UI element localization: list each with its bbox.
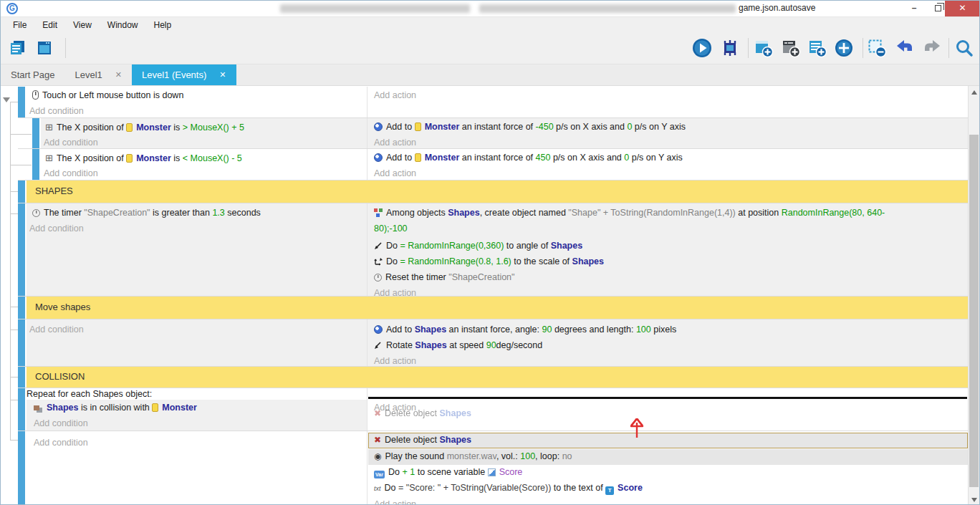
debug-icon[interactable] — [719, 37, 741, 59]
add-action-link[interactable]: Add action — [374, 355, 416, 367]
action-play-sound[interactable]: ◉Play the sound monster.wav, vol.: 100, … — [374, 451, 572, 463]
project-manager-icon[interactable] — [6, 37, 28, 59]
timer-icon — [374, 274, 382, 282]
monster-object-icon — [152, 403, 158, 412]
add-condition-link[interactable]: Add condition — [44, 168, 98, 180]
toolbar-separator — [863, 38, 863, 58]
comment-shapes[interactable]: SHAPES — [18, 181, 969, 203]
repeat-header[interactable]: Repeat for each Shapes object: — [27, 388, 152, 400]
drop-indicator-line — [368, 397, 967, 399]
tree-line — [10, 102, 11, 441]
tree-tick — [10, 213, 18, 214]
action-create-object[interactable]: Among objects Shapes, create object name… — [374, 207, 885, 219]
tab-label: Level1 — [75, 69, 102, 80]
action-force-left[interactable]: Add to Monster an instant force of -450 … — [374, 121, 686, 133]
close-tab-icon[interactable]: ✕ — [115, 70, 122, 80]
menu-view[interactable]: View — [65, 17, 100, 33]
variable-icon: Var — [374, 471, 385, 478]
add-comment-icon[interactable] — [807, 37, 828, 59]
event-move-shapes[interactable]: Add condition Add to Shapes an instant f… — [18, 319, 969, 367]
event-touch[interactable]: Touch or Left mouse button is down Add c… — [18, 87, 969, 118]
subevent-move-right[interactable]: ⊞The X position of Monster is < MouseX()… — [18, 149, 969, 181]
redacted-title-segment — [479, 4, 736, 13]
vertical-scrollbar[interactable] — [968, 86, 979, 505]
add-event-icon[interactable] — [753, 37, 774, 59]
event-bar — [18, 367, 25, 388]
comment-collision[interactable]: COLLISION — [18, 367, 969, 388]
close-button[interactable]: ✕ — [945, 1, 980, 16]
menu-edit[interactable]: Edit — [34, 17, 65, 33]
delete-icon: ✖ — [374, 434, 381, 446]
action-set-scale[interactable]: Do = RandomInRange(0.8, 1.6) to the scal… — [374, 256, 604, 268]
subevent-move-left[interactable]: ⊞The X position of Monster is > MouseX()… — [18, 118, 969, 149]
condition-timer[interactable]: The timer "ShapeCreation" is greater tha… — [32, 207, 261, 219]
add-subevent-icon[interactable] — [780, 37, 802, 59]
scroll-down-icon[interactable] — [971, 498, 977, 502]
text-action-icon: txt — [374, 483, 381, 495]
add-condition-link[interactable]: Add condition — [34, 418, 88, 430]
action-increment-variable[interactable]: VarDo + 1 to scene variable Score — [374, 466, 522, 478]
comment-bg — [27, 367, 969, 388]
tree-tick — [10, 400, 18, 400]
condition-xposition[interactable]: ⊞The X position of Monster is < MouseX()… — [45, 152, 242, 165]
toolbar-separator — [948, 38, 949, 58]
toolbar-separator — [748, 38, 749, 58]
condition-touch[interactable]: Touch or Left mouse button is down — [32, 90, 183, 102]
tab-level1-events[interactable]: Level1 (Events) ✕ — [132, 64, 236, 85]
action-force-right[interactable]: Add to Monster an instant force of 450 p… — [374, 152, 683, 164]
tree-tick — [10, 191, 18, 192]
add-action-link[interactable]: Add action — [374, 90, 416, 102]
scroll-up-icon[interactable] — [971, 90, 977, 95]
add-condition-link[interactable]: Add condition — [29, 105, 84, 117]
add-condition-link[interactable]: Add condition — [29, 223, 84, 235]
event-collision-actions[interactable]: Add condition ✖Delete object Shapes ◉Pla… — [18, 431, 969, 505]
redo-icon[interactable] — [921, 37, 943, 59]
close-tab-icon[interactable]: ✕ — [219, 70, 226, 80]
menubar: File Edit View Window Help — [1, 16, 979, 32]
search-icon[interactable] — [953, 37, 975, 59]
menu-file[interactable]: File — [5, 17, 34, 33]
red-up-arrow-annotation — [628, 418, 645, 438]
app-logo-icon: G — [6, 3, 18, 14]
column-divider — [367, 388, 368, 431]
collapse-arrow-icon[interactable] — [3, 97, 10, 102]
condition-xposition[interactable]: ⊞The X position of Monster is > MouseX()… — [45, 121, 244, 134]
scene-editor-icon[interactable] — [34, 37, 55, 59]
add-action-link[interactable]: Add action — [374, 137, 416, 149]
monster-object-icon — [415, 122, 421, 131]
action-reset-timer[interactable]: Reset the timer "ShapeCreation" — [374, 271, 515, 284]
action-rotate-shapes[interactable]: Rotate Shapes at speed 90deg/second — [374, 340, 542, 352]
scrollbar-thumb[interactable] — [969, 135, 979, 487]
event-repeat-foreach[interactable]: Repeat for each Shapes object: Shapes is… — [18, 388, 969, 431]
add-condition-link[interactable]: Add condition — [44, 137, 98, 149]
condition-collision[interactable]: Shapes is in collision with Monster — [34, 402, 197, 414]
comment-text: Move shapes — [35, 302, 90, 312]
event-bar — [32, 118, 39, 148]
action-delete-shapes[interactable]: ✖Delete object Shapes — [374, 434, 471, 446]
comment-move-shapes[interactable]: Move shapes — [18, 297, 969, 319]
undo-icon[interactable] — [894, 37, 916, 59]
add-condition-link[interactable]: Add condition — [29, 324, 84, 336]
minimize-button[interactable]: – — [902, 1, 926, 16]
tab-start-page[interactable]: Start Page — [1, 64, 64, 85]
menu-window[interactable]: Window — [100, 17, 146, 33]
action-set-angle[interactable]: Do = RandomInRange(0,360) to angle of Sh… — [374, 240, 582, 252]
add-other-icon[interactable] — [833, 37, 855, 59]
restore-icon — [935, 5, 941, 11]
comment-bg — [27, 181, 969, 203]
action-force-shapes[interactable]: Add to Shapes an instant force, angle: 9… — [374, 324, 676, 336]
add-action-link[interactable]: Add action — [374, 499, 416, 505]
toolbar — [1, 32, 979, 64]
tab-level1[interactable]: Level1 ✕ — [64, 64, 132, 85]
add-condition-link[interactable]: Add condition — [34, 437, 88, 449]
delete-event-icon[interactable] — [866, 37, 888, 59]
column-divider — [367, 203, 368, 296]
add-action-link[interactable]: Add action — [374, 168, 416, 180]
menu-help[interactable]: Help — [146, 17, 180, 33]
action-set-text[interactable]: txtDo = "Score: " + ToString(Variable(Sc… — [374, 482, 643, 495]
column-divider — [367, 118, 368, 148]
action-create-object-wrap[interactable]: 80);-100 — [374, 223, 408, 235]
monster-object-icon — [126, 154, 133, 163]
event-shape-creation[interactable]: The timer "ShapeCreation" is greater tha… — [18, 203, 969, 297]
preview-play-icon[interactable] — [691, 37, 713, 59]
